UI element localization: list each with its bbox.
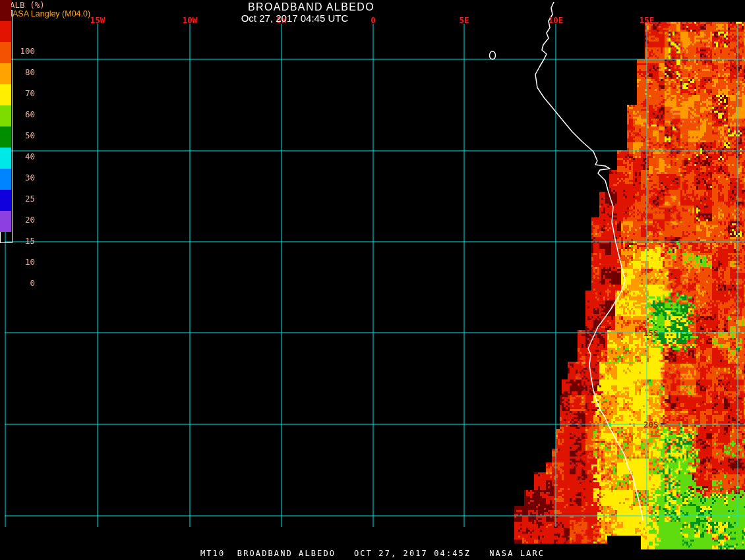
legend-tick-30: 30 <box>9 173 35 182</box>
footer-caption: MT10 BROADBAND ALBEDO OCT 27, 2017 04:45… <box>200 549 545 558</box>
latitude-label-20S: 20S <box>643 420 659 430</box>
longitude-label-10W: 10W <box>183 15 198 25</box>
legend-tick-100: 100 <box>9 46 35 56</box>
legend-tick-15: 15 <box>9 236 35 246</box>
legend-tick-20: 20 <box>9 215 35 225</box>
latitude-label-15S: 15S <box>643 328 659 338</box>
legend-tick-25: 25 <box>9 194 35 204</box>
legend-segment-80-100 <box>0 0 11 21</box>
legend-tick-60: 60 <box>9 109 35 119</box>
legend-tick-10: 10 <box>9 257 35 267</box>
longitude-label-0: 0 <box>371 15 376 25</box>
longitude-label-15W: 15W <box>90 15 105 25</box>
legend-tick-80: 80 <box>9 67 35 77</box>
legend-colorbar <box>0 10 13 243</box>
timestamp: Oct 27, 2017 04:45 UTC <box>241 13 349 24</box>
coastline <box>535 2 643 520</box>
legend-tick-70: 70 <box>9 88 35 98</box>
legend-segment-70-80 <box>0 21 11 42</box>
albedo-map-stage: NASA Langley (M04.0) BROADBAND ALBEDO Oc… <box>0 0 745 560</box>
legend-tick-40: 40 <box>9 152 35 161</box>
longitude-label-10E: 10E <box>549 15 564 25</box>
map-overlay <box>0 0 745 560</box>
longitude-label-15E: 15E <box>640 15 655 25</box>
longitude-label-5E: 5E <box>459 15 469 25</box>
legend-tick-50: 50 <box>9 130 35 140</box>
page-title: BROADBAND ALBEDO <box>248 1 374 13</box>
legend-tick-0: 0 <box>9 278 35 288</box>
colorbar-legend: BBALB (%) <box>0 0 45 243</box>
island-outline <box>490 51 496 59</box>
